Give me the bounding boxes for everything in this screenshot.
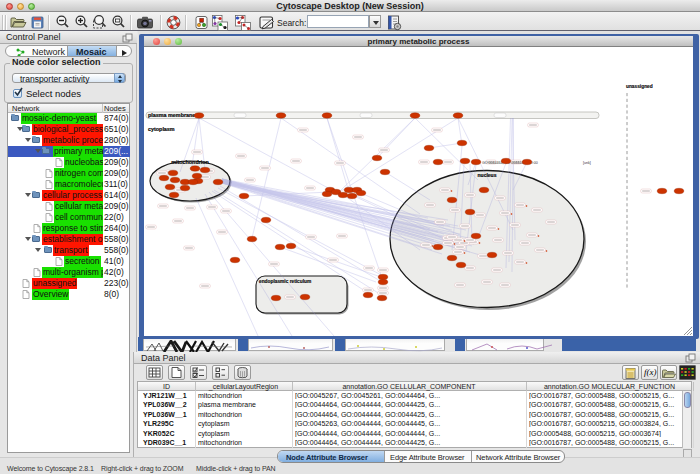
svg-text:[unk]: [unk] [583, 161, 591, 165]
svg-text:nucleus: nucleus [478, 172, 497, 178]
svg-text:plasma membrane: plasma membrane [148, 112, 195, 118]
svg-text:mitochondrion: mitochondrion [171, 159, 209, 165]
svg-text:cytoplasm: cytoplasm [148, 126, 175, 132]
svg-text:unassigned: unassigned [626, 84, 653, 89]
svg-text:endoplasmic reticulum: endoplasmic reticulum [259, 279, 311, 284]
